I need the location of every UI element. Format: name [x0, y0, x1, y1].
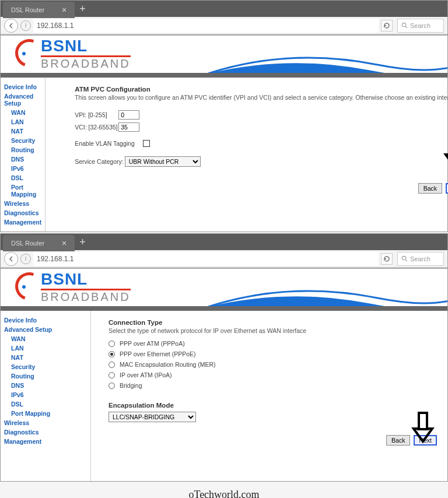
nav-routing[interactable]: Routing: [11, 145, 41, 155]
nav-routing[interactable]: Routing: [11, 371, 87, 381]
tab-title: DSL Router: [11, 6, 44, 13]
nav-wan[interactable]: WAN: [11, 108, 41, 117]
nav-advanced-setup[interactable]: Advanced Setup: [4, 325, 87, 334]
nav-nat[interactable]: NAT: [11, 127, 41, 136]
section-desc: Select the type of network protocol for …: [108, 327, 437, 334]
header-banner: BSNL BROADBAND: [1, 34, 447, 73]
vci-label: VCI: [32-65535]: [75, 124, 118, 131]
logo: BSNL BROADBAND: [15, 38, 131, 70]
logo-swoosh-icon: [15, 38, 40, 62]
back-nav-button[interactable]: [4, 19, 18, 33]
tab-bar: DSL Router × +: [1, 234, 447, 250]
nav-management[interactable]: Management: [4, 218, 41, 227]
browser-window-1: DSL Router × + i Search BSNL BROADBAND: [0, 0, 448, 232]
vlan-checkbox[interactable]: [143, 140, 150, 147]
banner-swoosh-graphic: [197, 41, 447, 73]
radio-bridging[interactable]: [108, 383, 115, 389]
svg-line-4: [405, 259, 407, 261]
nav-ipv6[interactable]: IPv6: [11, 390, 87, 399]
content-panel: Device Info Advanced Setup WAN LAN NAT S…: [1, 73, 447, 232]
browser-tab[interactable]: DSL Router ×: [3, 2, 75, 18]
nav-port-mapping[interactable]: Port Mapping: [11, 183, 41, 199]
radio-pppoa-label: PPP over ATM (PPPoA): [120, 340, 185, 347]
logo-swoosh-icon: [15, 271, 40, 296]
radio-mer[interactable]: [108, 362, 115, 368]
nav-dsl[interactable]: DSL: [11, 173, 41, 183]
browser-window-2: DSL Router × + i Search BSNL BROADBAND: [0, 233, 448, 482]
search-placeholder: Search: [410, 255, 430, 262]
nav-port-mapping[interactable]: Port Mapping: [11, 409, 87, 418]
vpi-input[interactable]: [118, 110, 139, 120]
content-panel: Device Info Advanced Setup WAN LAN NAT S…: [1, 306, 447, 481]
back-button[interactable]: Back: [386, 435, 410, 446]
vlan-label: Enable VLAN Tagging: [75, 140, 135, 147]
nav-security[interactable]: Security: [11, 362, 87, 371]
nav-wan[interactable]: WAN: [11, 334, 87, 343]
nav-lan[interactable]: LAN: [11, 117, 41, 127]
close-icon[interactable]: ×: [62, 239, 66, 248]
svg-point-3: [402, 256, 405, 259]
nav-dns[interactable]: DNS: [11, 381, 87, 390]
nav-diagnostics[interactable]: Diagnostics: [4, 427, 87, 437]
refresh-button[interactable]: [381, 20, 393, 31]
search-icon: [401, 255, 408, 262]
radio-pppoe-label: PPP over Ethernet (PPPoE): [120, 350, 196, 357]
url-input[interactable]: [33, 252, 379, 266]
nav-device-info[interactable]: Device Info: [4, 315, 87, 325]
nav-management[interactable]: Management: [4, 437, 87, 446]
nav-nat[interactable]: NAT: [11, 353, 87, 362]
url-bar: i Search: [1, 250, 447, 268]
brand-name: BSNL: [41, 271, 131, 290]
nav-sidebar: Device Info Advanced Setup WAN LAN NAT S…: [1, 78, 46, 232]
search-box[interactable]: Search: [397, 252, 444, 266]
radio-ipoa-label: IP over ATM (IPoA): [120, 371, 172, 378]
nav-wireless[interactable]: Wireless: [4, 418, 87, 427]
nav-device-info[interactable]: Device Info: [4, 82, 41, 92]
section-title: ATM PVC Configuration: [75, 86, 448, 93]
radio-mer-label: MAC Encapsulation Routing (MER): [120, 361, 216, 368]
svc-cat-label: Service Category:: [75, 158, 123, 165]
nav-security[interactable]: Security: [11, 136, 41, 145]
svg-line-1: [405, 26, 407, 28]
search-icon: [401, 22, 408, 29]
nav-diagnostics[interactable]: Diagnostics: [4, 208, 41, 218]
brand-tagline: BROADBAND: [41, 57, 131, 70]
nav-ipv6[interactable]: IPv6: [11, 164, 41, 173]
url-bar: i Search: [1, 17, 447, 34]
search-box[interactable]: Search: [397, 19, 444, 33]
refresh-button[interactable]: [381, 253, 393, 265]
encap-label: Encapsulation Mode: [108, 402, 437, 409]
info-icon[interactable]: i: [20, 20, 31, 31]
arrow-down-annotation: [442, 136, 448, 171]
svg-point-0: [402, 23, 405, 26]
back-nav-button[interactable]: [4, 252, 18, 266]
radio-ipoa[interactable]: [108, 372, 115, 378]
search-placeholder: Search: [410, 22, 430, 29]
nav-wireless[interactable]: Wireless: [4, 199, 41, 208]
radio-pppoe[interactable]: [108, 351, 115, 357]
encapsulation-select[interactable]: LLC/SNAP-BRIDGING: [108, 412, 196, 422]
nav-lan[interactable]: LAN: [11, 343, 87, 353]
new-tab-button[interactable]: +: [79, 236, 86, 248]
vci-input[interactable]: [118, 122, 139, 132]
info-icon[interactable]: i: [20, 254, 31, 264]
tab-bar: DSL Router × +: [1, 1, 447, 17]
svg-rect-5: [419, 413, 427, 429]
url-input[interactable]: [33, 19, 379, 33]
browser-tab[interactable]: DSL Router ×: [3, 235, 75, 251]
new-tab-button[interactable]: +: [79, 3, 86, 15]
service-category-select[interactable]: UBR Without PCR: [125, 156, 201, 167]
arrow-down-annotation: [410, 410, 436, 445]
radio-pppoa[interactable]: [108, 341, 115, 347]
nav-dsl[interactable]: DSL: [11, 399, 87, 409]
header-banner: BSNL BROADBAND: [1, 268, 447, 306]
section-desc: This screen allows you to configure an A…: [75, 94, 448, 101]
back-button[interactable]: Back: [418, 183, 442, 194]
next-button[interactable]: Next: [446, 183, 448, 194]
main-content: ATM PVC Configuration This screen allows…: [46, 78, 448, 232]
close-icon[interactable]: ×: [62, 5, 66, 15]
main-content: Connection Type Select the type of netwo…: [91, 311, 447, 481]
nav-advanced-setup[interactable]: Advanced Setup: [4, 92, 41, 108]
nav-dns[interactable]: DNS: [11, 155, 41, 164]
radio-bridging-label: Bridging: [120, 382, 142, 389]
